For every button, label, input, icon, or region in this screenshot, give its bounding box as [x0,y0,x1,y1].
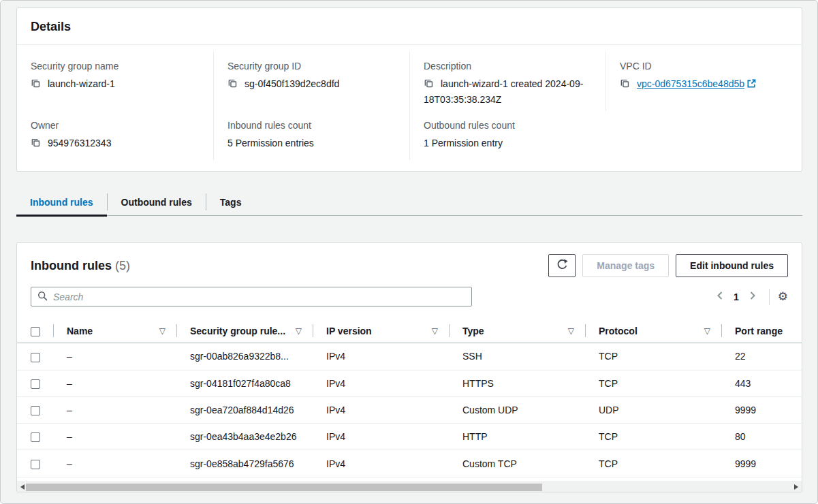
cell-rule-id: sgr-00ab826a9322b8... [176,343,313,370]
filter-icon[interactable]: ▽ [432,327,438,335]
cell-name: – [53,370,176,396]
panel-title: Inbound rules (5) [31,259,130,273]
inbound-rules-panel: Inbound rules (5) Manage tags Edit inbou… [16,242,802,492]
field-label: Description [424,61,589,72]
search-icon [37,291,48,303]
cell-port-range: 80 [721,424,802,450]
external-link-icon[interactable] [746,78,756,93]
copy-icon[interactable] [424,78,434,93]
panel-header: Inbound rules (5) Manage tags Edit inbou… [17,243,802,283]
field-label: VPC ID [620,61,785,72]
field-owner: Owner 954976312343 [17,111,213,160]
copy-icon[interactable] [31,138,41,152]
tab-bar: Inbound rules Outbound rules Tags [16,189,802,216]
outbound-rules-count-value: 1 Permission entry [424,136,589,151]
field-vpc-id: VPC ID vpc-0d675315c6be48d5b [605,52,802,111]
panel-title-text: Inbound rules [31,259,112,272]
tab-outbound-rules[interactable]: Outbound rules [108,189,206,215]
row-checkbox[interactable] [31,406,40,415]
cell-name: – [53,450,176,477]
table-row: – sgr-0e858ab4729fa5676 IPv4 Custom TCP … [17,450,802,477]
cell-protocol: TCP [585,343,721,370]
rules-table: Name▽ Security group rule...▽ IP version… [17,319,802,477]
current-page-number[interactable]: 1 [734,292,739,302]
cell-type: SSH [449,343,585,370]
filter-icon[interactable]: ▽ [159,327,166,335]
vpc-id-link[interactable]: vpc-0d675315c6be48d5b [637,78,744,89]
cell-protocol: UDP [585,396,721,423]
next-page-button[interactable] [744,288,761,305]
cell-type: HTTP [449,424,585,450]
description-value: launch-wizard-1 created 2024-09-18T03:35… [424,78,583,105]
details-card: Details Security group name launch-wizar… [16,7,802,172]
security-group-details-page: Details Security group name launch-wizar… [0,0,818,504]
security-group-name-value: launch-wizard-1 [48,78,115,89]
cell-ip-version: IPv4 [313,424,449,450]
cell-ip-version: IPv4 [313,450,449,477]
cell-rule-id: sgr-04181f027f4a80ca8 [176,370,313,396]
cell-name: – [53,396,176,423]
column-header-type: Type [462,326,484,336]
manage-tags-button[interactable]: Manage tags [582,254,669,277]
column-header-port-range: Port range [735,326,783,336]
cell-port-range: 9999 [721,396,802,423]
cell-port-range: 443 [721,370,802,396]
chevron-right-icon [749,291,757,302]
select-all-checkbox[interactable] [31,327,40,336]
scrollbar-thumb[interactable] [26,484,542,491]
copy-icon[interactable] [31,78,41,93]
inbound-rules-count-value: 5 Permission entries [227,136,393,151]
details-row-2: Owner 954976312343 Inbound rules count 5… [17,111,802,160]
cell-ip-version: IPv4 [313,396,449,423]
details-body: Security group name launch-wizard-1 Secu… [17,45,802,171]
column-header-name: Name [67,326,93,336]
previous-page-button[interactable] [712,288,728,305]
search-input[interactable] [53,292,465,302]
panel-actions: Manage tags Edit inbound rules [548,254,788,277]
details-row-1: Security group name launch-wizard-1 Secu… [17,52,802,111]
cell-ip-version: IPv4 [313,370,449,396]
cell-ip-version: IPv4 [313,343,449,370]
cell-port-range: 22 [721,343,802,370]
gear-icon[interactable]: ⚙ [778,291,788,302]
table-header-row: Name▽ Security group rule...▽ IP version… [17,319,802,343]
copy-icon[interactable] [620,78,630,93]
row-checkbox[interactable] [31,353,40,362]
cell-protocol: TCP [585,424,721,450]
horizontal-scrollbar[interactable] [17,482,802,492]
cell-rule-id: sgr-0ea720af884d14d26 [176,396,313,423]
cell-rule-id: sgr-0e858ab4729fa5676 [176,450,313,477]
filter-icon[interactable]: ▽ [704,327,710,335]
table-toolbar: 1 ⚙ [17,283,802,313]
table-row: – sgr-00ab826a9322b8... IPv4 SSH TCP 22 [17,343,802,370]
cell-type: Custom UDP [449,396,585,423]
scroll-right-arrow-icon[interactable] [791,482,801,492]
pagination: 1 ⚙ [712,288,788,305]
search-box[interactable] [31,287,472,306]
column-header-rule-id: Security group rule... [190,326,285,336]
tab-tags[interactable]: Tags [206,189,255,215]
field-security-group-id: Security group ID sg-0f450f139d2ec8dfd [213,52,409,111]
field-label: Inbound rules count [227,120,393,131]
field-inbound-rules-count: Inbound rules count 5 Permission entries [213,111,409,160]
field-label: Security group name [31,61,197,72]
filter-icon[interactable]: ▽ [568,327,574,335]
tab-inbound-rules[interactable]: Inbound rules [16,189,107,215]
table-row: – sgr-0ea43b4aa3e4e2b26 IPv4 HTTP TCP 80 [17,424,802,450]
field-label: Outbound rules count [424,120,589,131]
cell-type: Custom TCP [449,450,585,477]
refresh-button[interactable] [548,254,576,277]
filter-icon[interactable]: ▽ [296,327,302,335]
copy-icon[interactable] [227,78,238,93]
row-checkbox[interactable] [31,379,40,389]
table-row: – sgr-04181f027f4a80ca8 IPv4 HTTPS TCP 4… [17,370,802,396]
edit-inbound-rules-button[interactable]: Edit inbound rules [676,254,788,277]
field-description: Description launch-wizard-1 created 2024… [409,52,605,111]
cell-name: – [53,424,176,450]
column-header-ip-version: IP version [326,326,372,336]
field-outbound-rules-count: Outbound rules count 1 Permission entry [409,111,605,160]
field-label: Owner [31,120,197,131]
row-checkbox[interactable] [31,432,40,442]
pagination-divider [769,289,770,305]
row-checkbox[interactable] [31,460,40,469]
